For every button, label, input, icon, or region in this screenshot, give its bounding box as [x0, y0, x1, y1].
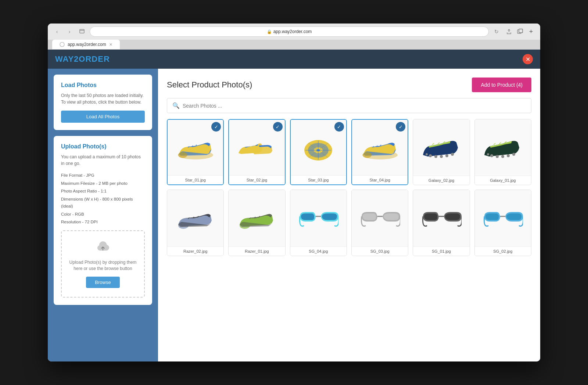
photo-image-container: ✓: [291, 120, 346, 175]
plus-button[interactable]: +: [526, 27, 536, 36]
share-button[interactable]: [504, 27, 514, 36]
app-header: WAY2ORDER ✕: [48, 50, 540, 69]
logo-accent: 2: [74, 54, 79, 64]
browser-toolbar: ‹ › 🔒 app.way2order.com ↻: [48, 24, 540, 40]
svg-point-14: [429, 154, 432, 157]
close-icon: ✕: [526, 56, 530, 63]
svg-point-5: [60, 42, 64, 47]
back-button[interactable]: ‹: [52, 27, 62, 36]
svg-point-25: [487, 153, 489, 155]
photo-grid: ✓Star_01.jpg ✓Star_02.jpg ✓Star_03.jpg ✓…: [167, 119, 531, 256]
svg-point-22: [501, 155, 504, 158]
upload-desc: You can upload a maximum of 10 photos in…: [61, 154, 145, 167]
svg-point-23: [507, 154, 510, 157]
photo-filename: Razer_02.jpg: [167, 247, 223, 256]
photo-filename: Galaxy_02.jpg: [413, 176, 469, 185]
svg-point-20: [490, 154, 493, 157]
selected-check-icon: ✓: [396, 122, 405, 132]
browser-chrome: ‹ › 🔒 app.way2order.com ↻: [48, 24, 540, 50]
load-photos-desc: Only the last 50 photos are loaded initi…: [61, 92, 145, 105]
photo-image-container: [352, 190, 408, 246]
svg-point-24: [512, 153, 515, 156]
photo-image-container: [475, 190, 531, 246]
upload-info: File Format - JPG Maximum Filesize - 2 M…: [61, 172, 145, 226]
tab-overview-button[interactable]: [77, 27, 87, 36]
browse-button[interactable]: Browse: [86, 277, 119, 288]
app-body: Load Photos Only the last 50 photos are …: [48, 69, 540, 361]
app-logo: WAY2ORDER: [55, 54, 110, 64]
photo-image-container: [413, 119, 469, 176]
close-modal-button[interactable]: ✕: [523, 54, 533, 64]
photo-item[interactable]: ✓Star_03.jpg: [290, 119, 347, 185]
photo-item[interactable]: SG_03.jpg: [351, 190, 408, 256]
selected-check-icon: ✓: [273, 122, 283, 132]
tab-label: app.way2order.com: [68, 42, 106, 47]
photo-item[interactable]: ✓Star_01.jpg: [167, 119, 224, 185]
logo-suffix: ORDER: [79, 54, 110, 64]
photo-item[interactable]: ✓Star_04.jpg: [351, 119, 408, 185]
main-header: Select Product Photo(s) Add to Product (…: [167, 78, 531, 92]
photo-item[interactable]: Galaxy_02.jpg: [413, 119, 470, 185]
photo-item[interactable]: Razer_02.jpg: [167, 190, 224, 256]
photo-filename: Star_02.jpg: [229, 175, 284, 184]
photo-filename: SG_03.jpg: [352, 247, 408, 256]
photo-filename: Star_04.jpg: [352, 175, 408, 184]
page-title: Select Product Photo(s): [167, 80, 252, 90]
svg-rect-0: [80, 29, 84, 33]
svg-point-17: [445, 154, 448, 157]
photo-image-container: [167, 190, 223, 246]
tab-close[interactable]: ✕: [109, 42, 112, 47]
svg-rect-3: [519, 29, 523, 33]
aspect-ratio: Photo Aspect Ratio - 1:1: [61, 188, 145, 195]
svg-point-7: [178, 152, 187, 158]
forward-button[interactable]: ›: [65, 27, 74, 36]
photo-item[interactable]: Razer_01.jpg: [228, 190, 285, 256]
photo-filename: Star_01.jpg: [168, 175, 223, 184]
search-input[interactable]: [183, 103, 526, 109]
color: Color - RGB: [61, 211, 145, 218]
app-content: WAY2ORDER ✕ Load Photos Only the last 50…: [48, 50, 540, 361]
photo-image-container: ✓: [352, 120, 408, 175]
load-photos-title: Load Photos: [61, 82, 145, 89]
svg-point-15: [434, 155, 437, 158]
photo-item[interactable]: SG_01.jpg: [413, 190, 470, 256]
photo-image-container: ✓: [168, 120, 223, 175]
photo-filename: Star_03.jpg: [291, 175, 346, 184]
photo-image-container: [290, 190, 347, 246]
photo-item[interactable]: Galaxy_01.jpg: [474, 119, 531, 185]
svg-point-16: [440, 155, 443, 158]
photo-filename: SG_04.jpg: [290, 247, 347, 256]
address-bar[interactable]: 🔒 app.way2order.com: [90, 26, 489, 37]
upload-cloud-icon: [68, 240, 138, 256]
reload-button[interactable]: ↻: [492, 27, 501, 36]
dimensions: Dimensions (W x H) - 800 x 800 pixels (I…: [61, 196, 145, 210]
main-content: Select Product Photo(s) Add to Product (…: [158, 69, 540, 361]
new-tab-button[interactable]: [515, 27, 525, 36]
photo-item[interactable]: SG_04.jpg: [290, 190, 347, 256]
resolution: Resolution - 72 DPI: [61, 219, 145, 226]
load-all-photos-button[interactable]: Load All Photos: [61, 111, 145, 123]
lock-icon: 🔒: [267, 26, 272, 37]
browser-window: ‹ › 🔒 app.way2order.com ↻: [48, 24, 540, 361]
photo-image-container: [229, 190, 285, 246]
upload-dropzone-text: Upload Photo(s) by dropping them here or…: [68, 259, 138, 272]
svg-point-13: [363, 152, 372, 158]
photo-item[interactable]: SG_02.jpg: [474, 190, 531, 256]
photo-filename: SG_02.jpg: [475, 247, 531, 256]
upload-photos-card: Upload Photo(s) You can upload a maximum…: [54, 136, 152, 305]
photo-filename: SG_01.jpg: [413, 247, 469, 256]
upload-dropzone[interactable]: Upload Photo(s) by dropping them here or…: [61, 230, 145, 298]
svg-point-21: [496, 155, 499, 158]
photo-filename: Razer_01.jpg: [229, 247, 285, 256]
selected-check-icon: ✓: [211, 122, 221, 132]
active-tab[interactable]: app.way2order.com ✕: [52, 40, 120, 49]
selected-check-icon: ✓: [334, 122, 344, 132]
photo-item[interactable]: ✓Star_02.jpg: [228, 119, 285, 185]
url-text: app.way2order.com: [273, 26, 312, 37]
add-to-product-button[interactable]: Add to Product (4): [472, 78, 531, 92]
max-filesize: Maximum Filesize - 2 MB per photo: [61, 180, 145, 187]
photo-image-container: [413, 190, 469, 246]
search-bar: 🔍: [167, 98, 531, 113]
svg-point-18: [451, 153, 454, 156]
browser-actions: +: [504, 27, 536, 36]
